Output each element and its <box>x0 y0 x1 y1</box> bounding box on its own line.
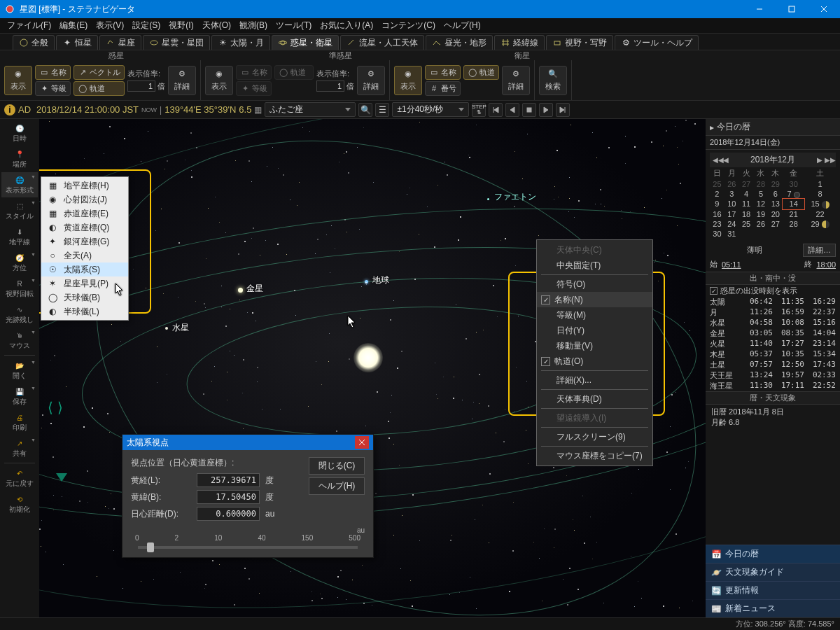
planets-vector-button[interactable]: ↗ベクトル <box>74 65 125 80</box>
planets-name-button[interactable]: ▭名称 <box>35 65 71 80</box>
cal-prev-year[interactable]: ◀◀ <box>713 156 721 164</box>
context-menu-item[interactable]: 詳細(X)... <box>537 372 652 388</box>
calendar-day[interactable]: 30 <box>710 229 724 239</box>
calendar-day[interactable]: 23 <box>710 219 724 230</box>
menu-contents[interactable]: コンテンツ(C) <box>377 18 440 33</box>
projection-menu-item[interactable]: ○全天(A) <box>41 248 128 262</box>
timestep-select[interactable]: ±1分40秒/秒 <box>392 102 469 117</box>
calendar-day[interactable]: 7 <box>783 189 804 199</box>
stop-button[interactable] <box>522 103 536 117</box>
calendar-day[interactable]: 8 <box>804 189 836 199</box>
left-horizon[interactable]: ⬇地平線 <box>1 224 38 249</box>
calendar-day[interactable]: 26 <box>724 179 739 189</box>
calendar-day[interactable]: 22 <box>804 209 836 219</box>
left-save[interactable]: ▼💾保存 <box>1 384 38 409</box>
dialog-distance-slider[interactable] <box>138 546 358 549</box>
left-style[interactable]: ▼⬚スタイル <box>1 198 38 223</box>
context-menu-item[interactable]: マウス座標をコピー(7) <box>537 448 652 463</box>
projection-menu-item[interactable]: ▦地平座標(H) <box>41 178 128 192</box>
calendar-day[interactable]: 14 <box>783 199 804 209</box>
projection-menu-item[interactable]: ◐半球儀(L) <box>41 304 128 318</box>
calendar-day[interactable]: 6 <box>768 189 783 199</box>
calendar-day[interactable]: 15 <box>804 199 836 209</box>
footer-news[interactable]: 📰新着ニュース <box>706 599 840 617</box>
left-open[interactable]: ▼📂開く <box>1 358 38 383</box>
context-menu-item[interactable]: 中央固定(T) <box>537 258 652 273</box>
info-icon[interactable]: i <box>4 104 15 115</box>
dwarf-detail-button[interactable]: ⚙詳細 <box>357 66 385 95</box>
context-menu-item[interactable]: 等級(M) <box>537 307 652 323</box>
context-menu-item[interactable]: ✓名称(N) <box>537 292 652 307</box>
list-button[interactable]: ☰ <box>375 103 389 117</box>
menu-view[interactable]: 表示(V) <box>92 18 128 33</box>
footer-guide[interactable]: 🪐天文現象ガイド <box>706 563 840 581</box>
context-menu-item[interactable]: 天体事典(D) <box>537 391 652 407</box>
calendar-day[interactable]: 10 <box>724 199 739 209</box>
calendar-day[interactable]: 4 <box>739 189 754 199</box>
tab-tools[interactable]: ⚙ツール・ヘルプ <box>615 35 699 50</box>
constellation-select[interactable]: ふたご座 <box>265 102 356 117</box>
calendar-day[interactable]: 21 <box>783 209 804 219</box>
moons-display-button[interactable]: ◉表示 <box>394 66 422 95</box>
phaethon-body[interactable] <box>487 198 489 200</box>
minimize-button[interactable] <box>743 0 776 18</box>
close-button[interactable] <box>808 0 840 18</box>
menu-file[interactable]: ファイル(F) <box>3 18 55 33</box>
location-display[interactable]: 139°44'E 35°39'N <box>164 104 236 115</box>
menu-fov[interactable]: 視野(I) <box>164 18 197 33</box>
calendar-day[interactable]: 17 <box>724 209 739 219</box>
dialog-help-btn[interactable]: ヘルプ(H) <box>309 477 365 495</box>
fov-display[interactable]: 6.5 <box>239 104 251 115</box>
sky-canvas[interactable]: 地球 金星 水星 ファエトン ⟨ ⟩ ▦地平座標(H)◉心射図法(J)▦赤道座標… <box>39 119 706 617</box>
calendar-day[interactable]: 1 <box>804 179 836 189</box>
context-menu-item[interactable]: フルスクリーン(9) <box>537 429 652 444</box>
calendar-day[interactable]: 30 <box>783 179 804 189</box>
left-undo[interactable]: ↶元に戻す <box>1 465 38 491</box>
projection-menu-item[interactable]: ☉太陽系(S) <box>41 262 128 276</box>
calendar-day[interactable]: 11 <box>739 199 754 209</box>
datetime-display[interactable]: AD 2018/12/14 21:00:00 JST <box>18 104 139 115</box>
cal-prev-month[interactable]: ◀ <box>722 156 730 164</box>
menu-tools[interactable]: ツール(T) <box>272 18 316 33</box>
menu-edit[interactable]: 編集(E) <box>55 18 92 33</box>
maximize-button[interactable] <box>776 0 808 18</box>
menu-object[interactable]: 天体(O) <box>198 18 235 33</box>
left-location[interactable]: 📍場所 <box>1 146 38 172</box>
planets-display-button[interactable]: ◉表示 <box>4 66 32 95</box>
dwarf-mag-button[interactable]: ✦等級 <box>236 81 272 96</box>
calendar-day[interactable]: 28 <box>754 179 769 189</box>
projection-menu-item[interactable]: ◉心射図法(J) <box>41 192 128 206</box>
moons-orbit-button[interactable]: ◯軌道 <box>463 65 499 80</box>
menu-settings[interactable]: 設定(S) <box>128 18 164 33</box>
left-share[interactable]: ▼↗共有 <box>1 435 38 461</box>
dialog-lon-input[interactable] <box>197 473 260 487</box>
twilight-begin[interactable]: 05:11 <box>722 260 741 269</box>
calendar-day[interactable]: 26 <box>754 219 769 230</box>
planets-scale-input[interactable] <box>127 80 155 92</box>
projection-menu-item[interactable]: ◐黄道座標(Q) <box>41 220 128 234</box>
dwarf-scale-input[interactable] <box>316 80 344 92</box>
tab-gridlines[interactable]: 経緯線 <box>494 35 545 50</box>
left-azimuth[interactable]: ▼🧭方位 <box>1 250 38 275</box>
planets-orbit-button[interactable]: ◯軌道 <box>74 81 125 96</box>
cal-next-month[interactable]: ▶ <box>816 156 824 164</box>
find-button[interactable]: 🔍 <box>358 103 372 117</box>
menu-help[interactable]: ヘルプ(H) <box>440 18 485 33</box>
calendar-day[interactable]: 16 <box>710 209 724 219</box>
sun-body[interactable] <box>354 343 383 372</box>
tab-general[interactable]: 全般 <box>13 35 55 50</box>
dwarf-orbit-button[interactable]: ◯軌道 <box>274 65 314 80</box>
dialog-lat-input[interactable] <box>197 490 260 504</box>
calendar-day[interactable]: 2 <box>710 189 724 199</box>
search-button[interactable]: 🔍検索 <box>539 66 567 95</box>
calendar-day[interactable]: 19 <box>754 209 769 219</box>
calendar-day[interactable]: 25 <box>710 179 724 189</box>
calendar-day[interactable]: 24 <box>724 219 739 230</box>
footer-updates[interactable]: 🔄更新情報 <box>706 581 840 599</box>
moons-detail-button[interactable]: ⚙詳細 <box>502 66 530 95</box>
footer-today[interactable]: 📅今日の暦 <box>706 545 840 563</box>
left-reset[interactable]: ⟲初期化 <box>1 491 38 517</box>
tab-constellations[interactable]: 星座 <box>99 35 141 50</box>
tab-meteors[interactable]: 流星・人工天体 <box>340 35 424 50</box>
calendar-day[interactable]: 13 <box>768 199 783 209</box>
